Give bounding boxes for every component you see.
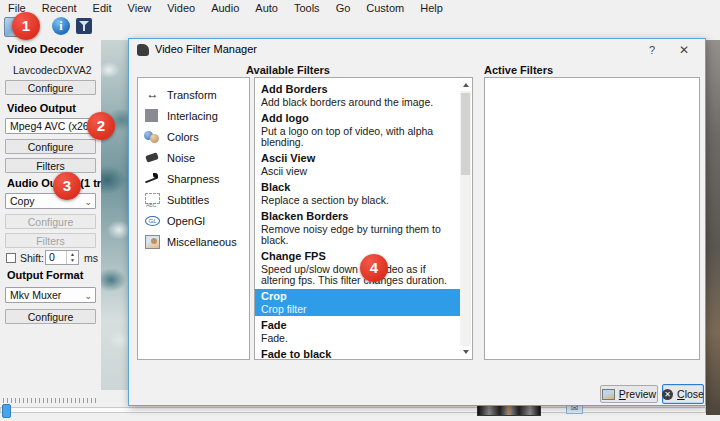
category-label: OpenGl	[167, 215, 205, 227]
muxer-select[interactable]: Mkv Muxer ⌄	[5, 287, 96, 303]
filter-ascii-view[interactable]: Ascii View Ascii view	[255, 151, 460, 178]
filter-description: Put a logo on top of video, with alpha b…	[261, 126, 454, 148]
menu-auto[interactable]: Auto	[247, 1, 286, 15]
noise-icon	[144, 150, 161, 165]
seek-slider-track[interactable]	[0, 407, 706, 413]
menu-audio[interactable]: Audio	[203, 1, 247, 15]
available-filters-header: Available Filters	[188, 64, 388, 76]
filter-change-fps[interactable]: Change FPS Speed up/slow down the video …	[255, 249, 460, 287]
dialog-close-icon[interactable]: ✕	[673, 41, 695, 59]
information-icon[interactable]: i	[52, 17, 70, 35]
seek-slider-handle[interactable]	[2, 404, 11, 418]
category-label: Noise	[167, 152, 195, 164]
filter-name: Change FPS	[261, 251, 454, 262]
filter-description: Remove noisy edge by turning them to bla…	[261, 224, 454, 246]
output-format-title: Output Format	[7, 269, 83, 281]
filter-description: Add black borders around the image.	[261, 97, 454, 108]
category-sharpness[interactable]: Sharpness	[140, 168, 247, 189]
available-filters-list: Add Borders Add black borders around the…	[254, 77, 473, 360]
video-filters-button[interactable]: Filters	[5, 158, 96, 173]
colors-icon	[144, 129, 161, 144]
dialog-app-icon	[137, 44, 149, 56]
category-colors[interactable]: Colors	[140, 126, 247, 147]
menu-tools[interactable]: Tools	[286, 1, 328, 15]
filter-fade-to-black[interactable]: Fade to black Fade to black in/out.	[255, 347, 460, 360]
category-subtitles[interactable]: Subtitles	[140, 189, 247, 210]
audio-filters-button[interactable]: Filters	[5, 233, 96, 248]
scroll-up-icon[interactable]	[460, 79, 471, 91]
video-codec-select[interactable]: Mpeg4 AVC (x264) ⌄	[5, 118, 96, 134]
filter-fade[interactable]: Fade Fade.	[255, 318, 460, 345]
menu-custom[interactable]: Custom	[358, 1, 412, 15]
interlacing-icon	[144, 108, 161, 123]
menu-bar: File Recent Edit View Video Audio Auto T…	[0, 0, 720, 15]
spinner-arrows-icon[interactable]: ▲▼	[66, 251, 78, 264]
menu-video[interactable]: Video	[159, 1, 203, 15]
shift-value-spinner[interactable]: 0 ▲▼	[45, 250, 79, 265]
video-codec-value: Mpeg4 AVC (x264)	[10, 120, 96, 132]
menu-recent[interactable]: Recent	[34, 1, 85, 15]
video-output-title: Video Output	[7, 102, 76, 114]
scroll-down-icon[interactable]	[460, 346, 471, 358]
category-miscellaneous[interactable]: Miscellaneous	[140, 231, 247, 252]
decoder-name: Lavcodec	[13, 64, 58, 76]
filter-name: Black	[261, 182, 454, 193]
category-noise[interactable]: Noise	[140, 147, 247, 168]
jog-marker	[508, 405, 510, 414]
shift-value: 0	[49, 251, 55, 263]
opengl-icon	[144, 213, 161, 228]
decoder-hw: DXVA2	[58, 64, 92, 76]
filter-description: Speed up/slow down the video as if alter…	[261, 264, 454, 286]
preview-button-label: Preview	[619, 388, 656, 400]
category-label: Miscellaneous	[167, 236, 237, 248]
muxer-value: Mkv Muxer	[10, 289, 61, 301]
filters-scrollbar[interactable]	[460, 79, 471, 358]
filter-add-logo[interactable]: Add logo Put a logo on top of video, wit…	[255, 111, 460, 149]
category-label: Transform	[167, 89, 217, 101]
menu-go[interactable]: Go	[328, 1, 359, 15]
category-opengl[interactable]: OpenGl	[140, 210, 247, 231]
shift-checkbox[interactable]	[6, 253, 16, 263]
category-label: Interlacing	[167, 110, 218, 122]
miscellaneous-icon	[144, 234, 161, 249]
dialog-help-button[interactable]: ?	[641, 41, 663, 59]
muxer-configure-button[interactable]: Configure	[5, 309, 96, 324]
close-circle-icon: ✕	[662, 389, 673, 400]
menu-help[interactable]: Help	[412, 1, 451, 15]
filter-name: Blacken Borders	[261, 211, 454, 222]
video-decoder-title: Video Decoder	[7, 43, 84, 55]
menu-edit[interactable]: Edit	[85, 1, 120, 15]
filter-name: Add logo	[261, 113, 454, 124]
video-configure-button[interactable]: Configure	[5, 139, 96, 154]
filter-blacken-borders[interactable]: Blacken Borders Remove noisy edge by tur…	[255, 209, 460, 247]
filter-description: Replace a section by black.	[261, 195, 454, 206]
audio-codec-select[interactable]: Copy ⌄	[5, 193, 96, 209]
sidebar: Video Decoder Lavcodec DXVA2 Configure V…	[0, 40, 101, 421]
video-preview-right-edge	[706, 40, 720, 415]
shift-unit-label: ms	[84, 252, 98, 264]
active-filters-list[interactable]	[484, 77, 700, 360]
close-button[interactable]: ✕ Close	[662, 384, 704, 404]
filter-description: Ascii view	[261, 166, 454, 177]
close-button-label: Close	[677, 388, 704, 400]
filter-name: Fade	[261, 320, 454, 331]
decoder-configure-button[interactable]: Configure	[5, 80, 96, 95]
preview-button[interactable]: Preview	[600, 385, 658, 403]
annotation-badge-3: 3	[53, 172, 81, 200]
dialog-title-bar[interactable]: Video Filter Manager ? ✕	[129, 39, 705, 61]
annotation-badge-2: 2	[87, 112, 115, 140]
menu-view[interactable]: View	[120, 1, 160, 15]
filter-black[interactable]: Black Replace a section by black.	[255, 180, 460, 207]
scrollbar-thumb[interactable]	[461, 93, 470, 175]
dialog-title: Video Filter Manager	[155, 43, 257, 55]
video-filter-icon[interactable]	[76, 18, 92, 34]
audio-configure-button[interactable]: Configure	[5, 214, 96, 229]
annotation-badge-4: 4	[360, 254, 388, 282]
filter-crop-selected[interactable]: Crop Crop filter	[255, 289, 460, 316]
chevron-down-icon: ⌄	[84, 195, 92, 209]
filter-add-borders[interactable]: Add Borders Add black borders around the…	[255, 82, 460, 109]
category-interlacing[interactable]: Interlacing	[140, 105, 247, 126]
filter-category-list: ↔ Transform Interlacing Colors Noise	[137, 77, 250, 360]
category-transform[interactable]: ↔ Transform	[140, 84, 247, 105]
preview-image-icon	[602, 389, 615, 400]
